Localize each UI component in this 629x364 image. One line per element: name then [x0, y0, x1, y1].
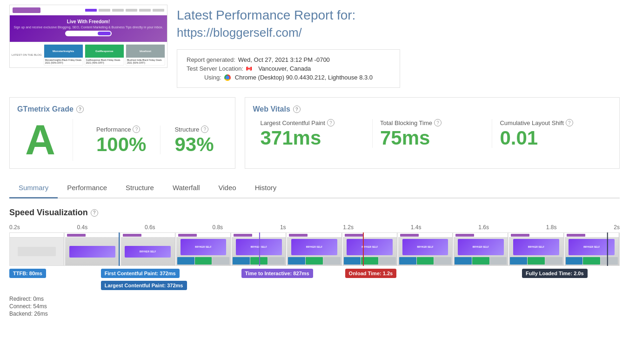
filmstrip-frame-3: BRYKER SELF: [176, 233, 231, 265]
vital-value-2: 0.01: [500, 128, 604, 148]
site-screenshot: Live With Freedom! Sign up and receive e…: [9, 5, 167, 68]
performance-help-icon[interactable]: ?: [133, 126, 140, 133]
performance-label: Performance: [96, 126, 131, 133]
time-label-3: 0.8s: [212, 224, 223, 231]
filmstrip-frame-1: [65, 233, 120, 265]
vital-help-icon-0[interactable]: ?: [327, 119, 335, 126]
tab-waterfall[interactable]: Waterfall: [163, 178, 209, 199]
filmstrip-frame-0: [10, 233, 64, 265]
vital-label-1: Total Blocking Time: [380, 119, 432, 126]
vital-label-0: Largest Contentful Paint: [260, 119, 325, 126]
tab-video[interactable]: Video: [209, 178, 246, 199]
filmstrip-frame-6: BRYKER SELF: [343, 233, 397, 265]
report-title: Latest Performance Report for:: [177, 7, 620, 24]
structure-value: 93%: [174, 135, 214, 154]
web-vitals-title: Web Vitals: [253, 105, 290, 113]
using-label: Using:: [204, 74, 221, 81]
filmstrip-frame-2: BRYKER SELF: [121, 233, 175, 265]
speed-viz-title: Speed Visualization: [9, 208, 88, 218]
timeline: 0.2s0.4s0.6s0.8s1s1.2s1.4s1.6s1.8s2s BRY…: [9, 224, 620, 317]
time-label-1: 0.4s: [77, 224, 87, 231]
vital-metric-1: Total Blocking Time ? 75ms: [373, 119, 493, 148]
report-info: Latest Performance Report for: https://b…: [177, 5, 620, 88]
filmstrip-frame-10: BRYKER SELF: [565, 233, 619, 265]
tab-summary[interactable]: Summary: [9, 178, 58, 199]
vital-metric-2: Cumulative Layout Shift ? 0.01: [492, 119, 612, 148]
grade-letter: A: [25, 119, 55, 161]
lcp-badge: Largest Contentful Paint: 372ms: [101, 281, 187, 290]
time-label-9: 2s: [614, 224, 620, 231]
gtmetrix-grade-box: GTmetrix Grade ? A Performance ? 100%: [9, 97, 235, 169]
gtmetrix-grade-title: GTmetrix Grade: [17, 105, 74, 113]
chrome-icon: [224, 74, 231, 81]
filmstrip-frame-4: BRYKER SELF: [232, 233, 286, 265]
report-generated-label: Report generated:: [187, 56, 235, 63]
structure-help-icon[interactable]: ?: [201, 126, 208, 133]
server-location-label: Test Server Location:: [187, 65, 243, 72]
fcp-badge: First Contentful Paint: 372ms: [101, 269, 180, 278]
time-label-6: 1.4s: [411, 224, 422, 231]
speed-section: Speed Visualization ? 0.2s0.4s0.6s0.8s1s…: [9, 208, 620, 327]
ttfb-badge: TTFB: 80ms: [9, 269, 46, 278]
canada-flag-icon: 🇨🇦: [246, 66, 254, 72]
connect-time: Connect: 54ms: [9, 303, 620, 310]
timing-info: Redirect: 0ms Connect: 54ms Backend: 26m…: [9, 296, 620, 317]
web-vitals-box: Web Vitals ? Largest Contentful Paint ? …: [245, 97, 620, 169]
time-label-5: 1.2s: [343, 224, 354, 231]
structure-label: Structure: [174, 126, 199, 133]
time-label-2: 0.6s: [145, 224, 155, 231]
tab-performance[interactable]: Performance: [58, 178, 116, 199]
gtmetrix-help-icon[interactable]: ?: [76, 106, 84, 113]
vital-help-icon-1[interactable]: ?: [434, 119, 442, 126]
using-value: Chrome (Desktop) 90.0.4430.212, Lighthou…: [235, 74, 373, 81]
time-label-7: 1.6s: [478, 224, 489, 231]
vital-help-icon-2[interactable]: ?: [566, 119, 573, 126]
report-url: https://bloggerself.com/: [177, 26, 620, 40]
time-label-8: 1.8s: [546, 224, 557, 231]
filmstrip-frame-8: BRYKER SELF: [454, 233, 508, 265]
tab-structure[interactable]: Structure: [116, 178, 163, 199]
filmstrip-frame-9: BRYKER SELF: [509, 233, 563, 265]
vital-value-1: 75ms: [380, 128, 485, 148]
vital-label-2: Cumulative Layout Shift: [500, 119, 563, 126]
fully-loaded-badge: Fully Loaded Time: 2.0s: [522, 269, 588, 278]
tti-badge: Time to Interactive: 827ms: [241, 269, 313, 278]
time-label-0: 0.2s: [9, 224, 20, 231]
web-vitals-help-icon[interactable]: ?: [293, 106, 301, 113]
speed-viz-help-icon[interactable]: ?: [91, 209, 98, 217]
onload-badge: Onload Time: 1.2s: [345, 269, 397, 278]
time-label-4: 1s: [280, 224, 286, 231]
backend-time: Backend: 26ms: [9, 311, 620, 317]
report-meta: Report generated: Wed, Oct 27, 2021 3:12…: [177, 49, 400, 88]
vital-value-0: 371ms: [260, 128, 365, 148]
server-location-value: Vancouver, Canada: [258, 65, 311, 72]
filmstrip: BRYKER SELFBRYKER SELFBRYKER SELFBRYKER …: [9, 232, 620, 266]
tabs-section: SummaryPerformanceStructureWaterfallVide…: [9, 178, 620, 199]
filmstrip-frame-5: BRYKER SELF: [287, 233, 341, 265]
tab-history[interactable]: History: [246, 178, 286, 199]
redirect-time: Redirect: 0ms: [9, 296, 620, 302]
vital-metric-0: Largest Contentful Paint ? 371ms: [253, 119, 373, 148]
filmstrip-frame-7: BRYKER SELF: [398, 233, 453, 265]
report-generated-value: Wed, Oct 27, 2021 3:12 PM -0700: [238, 56, 330, 63]
performance-value: 100%: [96, 135, 146, 154]
